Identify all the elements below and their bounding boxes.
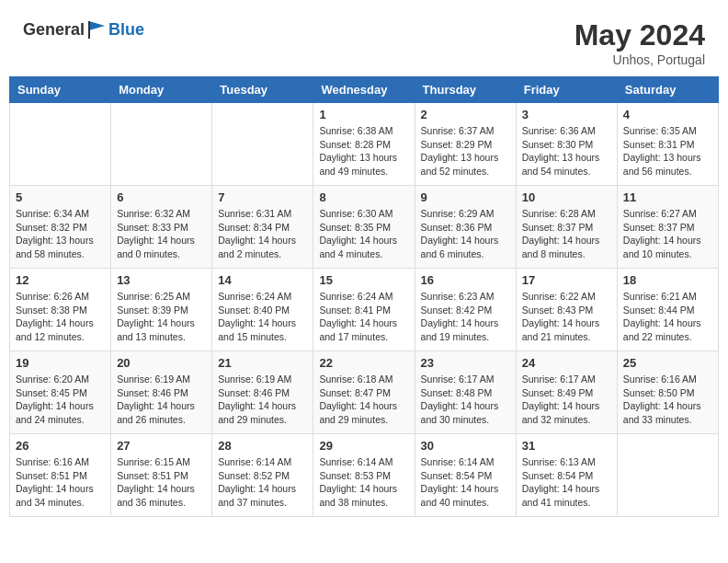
day-info-continuation: and 4 minutes.	[319, 248, 382, 259]
day-number: 29	[319, 439, 408, 453]
day-info: Sunrise: 6:21 AMSunset: 8:44 PMDaylight:…	[623, 290, 712, 344]
sunrise-info: Sunrise: 6:28 AM	[522, 208, 596, 219]
calendar-week-row: 26Sunrise: 6:16 AMSunset: 8:51 PMDayligh…	[10, 434, 719, 517]
day-number: 2	[421, 108, 510, 121]
calendar-day-cell: 22Sunrise: 6:18 AMSunset: 8:47 PMDayligh…	[313, 351, 415, 434]
calendar-day-cell	[617, 434, 718, 517]
day-number: 11	[623, 190, 712, 204]
day-info-continuation: and 54 minutes.	[522, 166, 591, 177]
sunrise-info: Sunrise: 6:31 AM	[218, 208, 291, 219]
day-info-continuation: and 10 minutes.	[623, 248, 692, 259]
day-info: Sunrise: 6:28 AMSunset: 8:37 PMDaylight:…	[522, 207, 611, 261]
calendar-day-cell: 29Sunrise: 6:14 AMSunset: 8:53 PMDayligh…	[313, 434, 415, 517]
daylight-hours: Daylight: 14 hours	[117, 483, 195, 494]
calendar-weekday-header: Friday	[516, 77, 617, 103]
sunset-info: Sunset: 8:32 PM	[16, 222, 87, 233]
calendar-day-cell: 24Sunrise: 6:17 AMSunset: 8:49 PMDayligh…	[516, 351, 617, 434]
day-info-continuation: and 21 minutes.	[522, 331, 591, 342]
day-info-continuation: and 38 minutes.	[319, 497, 388, 508]
sunrise-info: Sunrise: 6:14 AM	[218, 456, 291, 467]
day-number: 19	[16, 356, 105, 370]
calendar-day-cell: 28Sunrise: 6:14 AMSunset: 8:52 PMDayligh…	[212, 434, 313, 517]
day-info: Sunrise: 6:29 AMSunset: 8:36 PMDaylight:…	[421, 207, 510, 261]
day-info: Sunrise: 6:14 AMSunset: 8:53 PMDaylight:…	[319, 455, 408, 510]
calendar-table: SundayMondayTuesdayWednesdayThursdayFrid…	[9, 76, 719, 517]
sunrise-info: Sunrise: 6:26 AM	[16, 291, 89, 302]
sunset-info: Sunset: 8:37 PM	[623, 222, 695, 233]
sunset-info: Sunset: 8:41 PM	[319, 304, 391, 316]
day-number: 10	[522, 190, 611, 204]
title-block: May 2024 Unhos, Portugal	[574, 18, 705, 67]
daylight-hours: Daylight: 14 hours	[319, 235, 397, 246]
calendar-day-cell: 18Sunrise: 6:21 AMSunset: 8:44 PMDayligh…	[617, 269, 718, 351]
day-info: Sunrise: 6:20 AMSunset: 8:45 PMDaylight:…	[16, 373, 105, 427]
sunrise-info: Sunrise: 6:29 AM	[421, 208, 495, 219]
daylight-hours: Daylight: 14 hours	[117, 235, 195, 246]
day-info: Sunrise: 6:25 AMSunset: 8:39 PMDaylight:…	[117, 290, 206, 344]
day-info-continuation: and 32 minutes.	[522, 414, 591, 425]
day-number: 1	[319, 108, 408, 121]
day-info: Sunrise: 6:31 AMSunset: 8:34 PMDaylight:…	[218, 207, 307, 261]
sunset-info: Sunset: 8:35 PM	[319, 222, 391, 233]
sunset-info: Sunset: 8:30 PM	[522, 139, 594, 150]
day-info: Sunrise: 6:19 AMSunset: 8:46 PMDaylight:…	[218, 373, 307, 427]
day-info-continuation: and 24 minutes.	[16, 414, 85, 425]
sunrise-info: Sunrise: 6:15 AM	[117, 456, 190, 467]
calendar-weekday-header: Thursday	[415, 77, 516, 103]
sunset-info: Sunset: 8:49 PM	[522, 387, 594, 398]
day-info: Sunrise: 6:27 AMSunset: 8:37 PMDaylight:…	[623, 207, 712, 261]
day-number: 26	[16, 439, 105, 453]
sunset-info: Sunset: 8:38 PM	[16, 304, 87, 316]
day-number: 14	[218, 273, 307, 287]
day-info: Sunrise: 6:14 AMSunset: 8:52 PMDaylight:…	[218, 455, 307, 510]
day-info-continuation: and 56 minutes.	[623, 166, 692, 177]
sunset-info: Sunset: 8:44 PM	[623, 304, 695, 316]
day-info: Sunrise: 6:38 AMSunset: 8:28 PMDaylight:…	[319, 124, 408, 178]
calendar-day-cell: 15Sunrise: 6:24 AMSunset: 8:41 PMDayligh…	[313, 269, 415, 351]
day-info: Sunrise: 6:37 AMSunset: 8:29 PMDaylight:…	[421, 124, 510, 178]
calendar-day-cell: 4Sunrise: 6:35 AMSunset: 8:31 PMDaylight…	[617, 103, 718, 186]
day-info: Sunrise: 6:16 AMSunset: 8:51 PMDaylight:…	[16, 455, 105, 510]
day-info-continuation: and 22 minutes.	[623, 331, 692, 342]
daylight-hours: Daylight: 14 hours	[421, 400, 499, 411]
calendar-day-cell: 8Sunrise: 6:30 AMSunset: 8:35 PMDaylight…	[313, 186, 415, 269]
daylight-hours: Daylight: 13 hours	[623, 152, 701, 163]
day-info-continuation: and 13 minutes.	[117, 331, 186, 342]
calendar-day-cell: 6Sunrise: 6:32 AMSunset: 8:33 PMDaylight…	[111, 186, 212, 269]
day-info: Sunrise: 6:19 AMSunset: 8:46 PMDaylight:…	[117, 373, 206, 427]
daylight-hours: Daylight: 14 hours	[623, 400, 701, 411]
day-number: 13	[117, 273, 206, 287]
calendar-weekday-header: Wednesday	[313, 77, 415, 103]
day-info-continuation: and 0 minutes.	[117, 248, 180, 259]
daylight-hours: Daylight: 13 hours	[421, 152, 499, 163]
day-info-continuation: and 40 minutes.	[421, 497, 490, 508]
day-number: 9	[421, 190, 510, 204]
daylight-hours: Daylight: 13 hours	[16, 235, 94, 246]
sunset-info: Sunset: 8:31 PM	[623, 139, 695, 150]
daylight-hours: Daylight: 14 hours	[522, 235, 600, 246]
day-number: 8	[319, 190, 408, 204]
day-info-continuation: and 6 minutes.	[421, 248, 484, 259]
day-info: Sunrise: 6:13 AMSunset: 8:54 PMDaylight:…	[522, 455, 611, 510]
day-number: 20	[117, 356, 206, 370]
day-number: 7	[218, 190, 307, 204]
sunrise-info: Sunrise: 6:17 AM	[421, 373, 495, 385]
daylight-hours: Daylight: 14 hours	[218, 235, 296, 246]
sunset-info: Sunset: 8:29 PM	[421, 139, 493, 150]
day-info-continuation: and 29 minutes.	[319, 414, 388, 425]
day-number: 18	[623, 273, 712, 287]
day-number: 23	[421, 356, 510, 370]
calendar-day-cell	[10, 103, 111, 186]
day-info-continuation: and 49 minutes.	[319, 166, 388, 177]
day-number: 4	[623, 108, 712, 121]
calendar-week-row: 5Sunrise: 6:34 AMSunset: 8:32 PMDaylight…	[10, 186, 719, 269]
calendar-day-cell	[212, 103, 313, 186]
calendar-day-cell: 27Sunrise: 6:15 AMSunset: 8:51 PMDayligh…	[111, 434, 212, 517]
day-number: 12	[16, 273, 105, 287]
day-info-continuation: and 52 minutes.	[421, 166, 490, 177]
daylight-hours: Daylight: 14 hours	[319, 400, 397, 411]
daylight-hours: Daylight: 14 hours	[117, 400, 195, 411]
calendar-day-cell: 9Sunrise: 6:29 AMSunset: 8:36 PMDaylight…	[415, 186, 516, 269]
sunrise-info: Sunrise: 6:24 AM	[218, 291, 291, 302]
calendar-day-cell: 17Sunrise: 6:22 AMSunset: 8:43 PMDayligh…	[516, 269, 617, 351]
